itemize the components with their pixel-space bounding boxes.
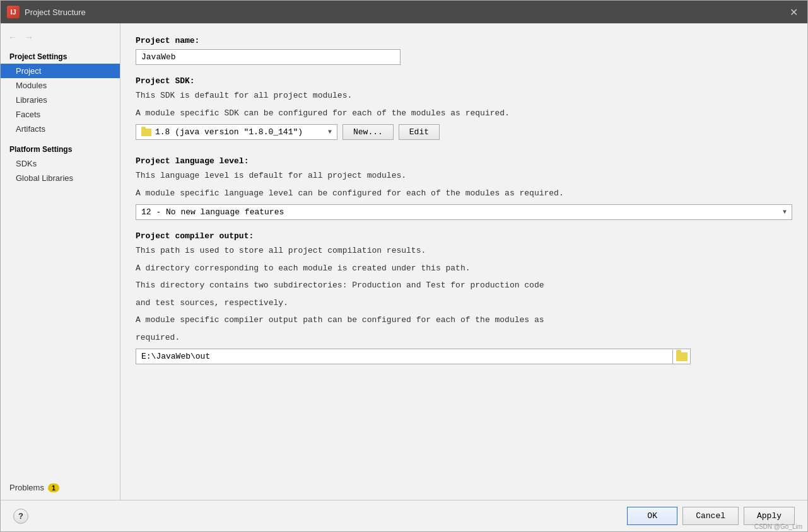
sidebar-item-libraries[interactable]: Libraries (1, 93, 120, 107)
new-sdk-button[interactable]: New... (343, 124, 394, 140)
project-structure-dialog: IJ Project Structure ✕ ← → Project Setti… (0, 0, 808, 532)
problems-badge: 1 (48, 483, 59, 492)
spacer1 (136, 65, 792, 76)
dialog-body: ← → Project Settings Project Modules Lib… (1, 23, 807, 500)
main-content: Project name: Project SDK: This SDK is d… (120, 23, 807, 500)
sidebar-item-problems[interactable]: Problems 1 (1, 480, 120, 495)
dialog-title: Project Structure (25, 8, 86, 17)
platform-settings-label: Platform Settings (1, 141, 120, 156)
edit-sdk-button[interactable]: Edit (399, 124, 440, 140)
compiler-output-row (136, 349, 691, 364)
watermark: CSDN @Go_Lim (754, 523, 802, 530)
sdk-desc2: A module specific SDK can be configured … (136, 107, 792, 120)
title-bar: IJ Project Structure ✕ (1, 1, 807, 23)
problems-label: Problems (9, 483, 44, 492)
sidebar-item-sdks[interactable]: SDKs (1, 156, 120, 171)
project-settings-label: Project Settings (1, 49, 120, 64)
sidebar-item-artifacts[interactable]: Artifacts (1, 122, 120, 136)
browse-folder-icon (676, 352, 688, 361)
close-button[interactable]: ✕ (786, 4, 801, 20)
spacer3 (136, 220, 792, 231)
forward-arrow[interactable]: → (22, 31, 36, 43)
apply-button[interactable]: Apply (744, 507, 795, 525)
sidebar-item-global-libraries[interactable]: Global Libraries (1, 171, 120, 185)
compiler-desc3: This directory contains two subdirectori… (136, 279, 792, 292)
compiler-desc4b: required. (136, 332, 792, 344)
browse-output-button[interactable] (672, 350, 690, 364)
footer-left: ? (13, 509, 28, 524)
sidebar-item-modules[interactable]: Modules (1, 78, 120, 93)
app-icon: IJ (7, 6, 20, 18)
compiler-desc2: A directory corresponding to each module… (136, 262, 792, 275)
spacer2 (136, 145, 792, 156)
compiler-output-label: Project compiler output: (136, 231, 792, 241)
project-name-input[interactable] (136, 49, 401, 65)
nav-divider (1, 136, 120, 141)
lang-level-label: Project language level: (136, 156, 792, 166)
sdk-dropdown[interactable]: 1.8 (java version "1.8.0_141") ▼ (136, 124, 337, 140)
sdk-chevron: ▼ (328, 129, 332, 136)
compiler-desc3b: and test sources, respectively. (136, 297, 792, 309)
nav-arrows: ← → (1, 28, 120, 49)
lang-chevron: ▼ (783, 209, 787, 216)
sdk-desc1: This SDK is default for all project modu… (136, 90, 792, 102)
ok-button[interactable]: OK (627, 507, 677, 525)
back-arrow[interactable]: ← (6, 31, 20, 43)
sdk-row: 1.8 (java version "1.8.0_141") ▼ New... … (136, 124, 792, 140)
lang-value: 12 - No new language features (141, 207, 284, 217)
lang-dropdown[interactable]: 12 - No new language features ▼ (136, 204, 792, 220)
dialog-footer: ? OK Cancel Apply (1, 500, 807, 531)
project-name-label: Project name: (136, 36, 792, 45)
sdk-value: 1.8 (java version "1.8.0_141") (155, 127, 303, 137)
sidebar: ← → Project Settings Project Modules Lib… (1, 23, 120, 500)
project-sdk-label: Project SDK: (136, 76, 792, 86)
compiler-output-input[interactable] (136, 349, 672, 364)
title-bar-left: IJ Project Structure (7, 6, 86, 18)
sidebar-item-facets[interactable]: Facets (1, 107, 120, 122)
sidebar-item-project[interactable]: Project (1, 64, 120, 78)
sdk-folder-icon (141, 129, 151, 136)
lang-desc2: A module specific language level can be … (136, 187, 792, 200)
help-button[interactable]: ? (13, 509, 28, 524)
compiler-desc1: This path is used to store all project c… (136, 245, 792, 257)
lang-desc1: This language level is default for all p… (136, 170, 792, 182)
cancel-button[interactable]: Cancel (682, 507, 739, 525)
compiler-desc4: A module specific compiler output path c… (136, 314, 792, 327)
